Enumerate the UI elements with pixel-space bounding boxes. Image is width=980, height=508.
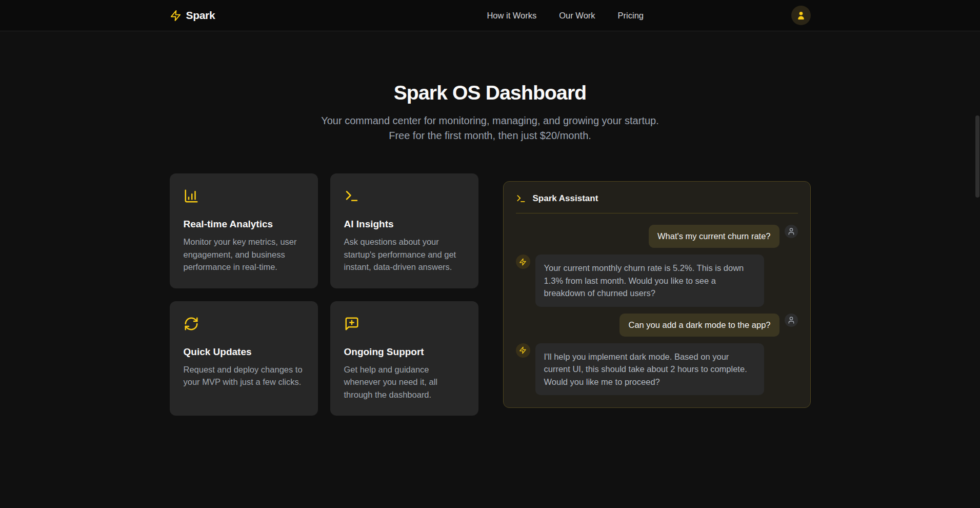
nav-link-our-work[interactable]: Our Work xyxy=(559,11,595,21)
chat-message-assistant: I'll help you implement dark mode. Based… xyxy=(516,343,798,396)
chat-message-assistant: Your current monthly churn rate is 5.2%.… xyxy=(516,255,798,307)
zap-icon xyxy=(516,255,530,269)
feature-card-quick-updates[interactable]: Quick Updates Request and deploy changes… xyxy=(170,301,318,416)
nav-link-pricing[interactable]: Pricing xyxy=(618,11,644,21)
hero-section: Spark OS Dashboard Your command center f… xyxy=(0,31,980,143)
scrollbar-thumb[interactable] xyxy=(975,115,979,198)
user-avatar-button[interactable] xyxy=(791,6,811,25)
zap-icon xyxy=(170,10,182,22)
divider xyxy=(516,213,798,213)
feature-title: Ongoing Support xyxy=(344,346,465,358)
nav-links: How it Works Our Work Pricing xyxy=(487,11,644,21)
user-icon xyxy=(796,10,806,21)
feature-description: Ask questions about your startup's perfo… xyxy=(344,236,465,273)
spark-assistant-panel: Spark Assistant What's my current churn … xyxy=(503,181,811,408)
feature-description: Get help and guidance whenever you need … xyxy=(344,363,465,401)
feature-card-real-time-analytics[interactable]: Real-time Analytics Monitor your key met… xyxy=(170,173,318,288)
chat-message-user: What's my current churn rate? xyxy=(516,225,798,248)
nav-link-how-it-works[interactable]: How it Works xyxy=(487,11,536,21)
feature-description: Monitor your key metrics, user engagemen… xyxy=(184,236,304,273)
refresh-icon xyxy=(184,316,199,331)
bar-chart-icon xyxy=(184,188,199,204)
assistant-header: Spark Assistant xyxy=(516,193,798,204)
dashboard-section: Real-time Analytics Monitor your key met… xyxy=(0,173,980,416)
terminal-icon xyxy=(344,188,359,204)
feature-title: AI Insights xyxy=(344,219,465,230)
zap-icon xyxy=(516,343,530,358)
terminal-icon xyxy=(516,193,526,204)
feature-title: Quick Updates xyxy=(184,346,304,358)
brand-logo[interactable]: Spark xyxy=(170,9,215,22)
user-message-bubble: What's my current churn rate? xyxy=(649,225,779,248)
top-nav: Spark How it Works Our Work Pricing xyxy=(0,0,980,31)
user-message-bubble: Can you add a dark mode to the app? xyxy=(619,314,779,337)
assistant-message-bubble: I'll help you implement dark mode. Based… xyxy=(535,343,764,396)
page-scrollbar[interactable] xyxy=(975,0,980,508)
assistant-title: Spark Assistant xyxy=(533,193,598,204)
brand-name: Spark xyxy=(186,9,215,22)
chat-message-user: Can you add a dark mode to the app? xyxy=(516,314,798,337)
features-grid: Real-time Analytics Monitor your key met… xyxy=(170,173,478,416)
feature-card-ai-insights[interactable]: AI Insights Ask questions about your sta… xyxy=(330,173,478,288)
message-square-plus-icon xyxy=(344,316,359,331)
page-title: Spark OS Dashboard xyxy=(0,82,980,104)
feature-card-ongoing-support[interactable]: Ongoing Support Get help and guidance wh… xyxy=(330,301,478,416)
message-list: What's my current churn rate? Your curre… xyxy=(516,225,798,395)
feature-title: Real-time Analytics xyxy=(184,219,304,230)
user-icon xyxy=(785,225,798,238)
feature-description: Request and deploy changes to your MVP w… xyxy=(184,363,304,388)
assistant-message-bubble: Your current monthly churn rate is 5.2%.… xyxy=(535,255,764,307)
user-icon xyxy=(785,314,798,327)
page-subtitle: Your command center for monitoring, mana… xyxy=(311,113,670,143)
